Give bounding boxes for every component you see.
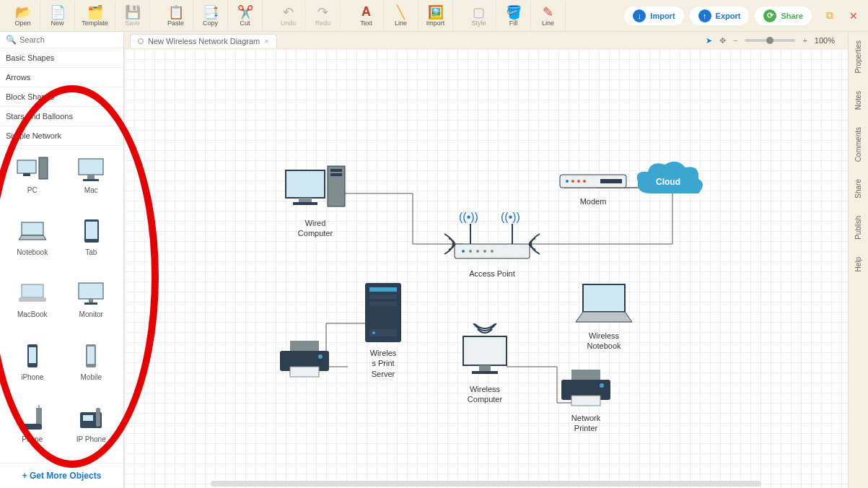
layers-icon: 🗂️ — [87, 5, 103, 19]
macbook-thumb-icon — [16, 279, 49, 308]
rail-publish[interactable]: Publish — [854, 216, 862, 240]
tab-close-icon[interactable]: × — [264, 37, 268, 45]
node-modem[interactable]: Modem — [557, 172, 629, 206]
node-network-printer[interactable]: Network Printer — [557, 367, 615, 434]
import-button[interactable]: ↓Import — [624, 6, 683, 25]
shape-pc[interactable]: PC — [4, 150, 61, 209]
export-button[interactable]: ↑Export — [690, 6, 750, 25]
category-simple-network[interactable]: Simple Network — [0, 126, 123, 146]
zoom-slider[interactable] — [745, 39, 795, 42]
line-icon: ╲ — [397, 5, 405, 19]
category-stars-balloons[interactable]: Stars And Balloons — [0, 107, 123, 126]
zoom-in-icon[interactable]: + — [802, 36, 807, 45]
svg-rect-5 — [83, 179, 99, 181]
laptop-icon — [571, 280, 636, 328]
svg-rect-27 — [299, 198, 312, 202]
redo-button[interactable]: ↷Redo — [306, 1, 341, 30]
style-button[interactable]: ▢Style — [462, 1, 496, 30]
desktop-icon — [456, 323, 514, 381]
node-wired-computer[interactable]: Wired Computer — [283, 165, 348, 239]
svg-rect-20 — [36, 408, 42, 424]
shape-phone[interactable]: Phone — [4, 399, 61, 458]
right-rail: Properties Notes Comments Share Publish … — [848, 32, 868, 488]
template-button[interactable]: 🗂️Template — [75, 1, 115, 30]
share-button[interactable]: ⟳Share — [755, 6, 812, 25]
cloud-icon: Cloud — [629, 157, 709, 208]
new-button[interactable]: 📄New — [40, 1, 75, 30]
category-arrows[interactable]: Arrows — [0, 68, 123, 87]
window-restore-icon[interactable]: ⧉ — [822, 9, 838, 22]
horizontal-scrollbar[interactable] — [124, 479, 848, 488]
svg-marker-63 — [576, 312, 632, 322]
text-button[interactable]: AText — [349, 1, 384, 30]
window-close-icon[interactable]: ✕ — [845, 10, 862, 22]
fill-button[interactable]: 🪣Fill — [496, 1, 531, 30]
svg-point-67 — [600, 383, 604, 388]
style-icon: ▢ — [473, 5, 485, 19]
category-basic-shapes[interactable]: Basic Shapes — [0, 48, 123, 68]
line-button[interactable]: ╲Line — [384, 1, 418, 30]
svg-rect-62 — [583, 284, 625, 312]
paste-button[interactable]: 📋Paste — [159, 1, 193, 30]
svg-point-38 — [469, 250, 472, 253]
node-wireless-computer[interactable]: Wireless Computer — [456, 323, 514, 405]
shape-notebook[interactable]: Notebook — [4, 212, 61, 271]
shape-monitor[interactable]: Monitor — [63, 274, 120, 334]
search-input[interactable] — [19, 35, 119, 44]
svg-rect-0 — [17, 160, 36, 173]
unsaved-indicator-icon — [138, 38, 144, 44]
copy-button[interactable]: 📑Copy — [193, 1, 228, 30]
undo-button[interactable]: ↶Undo — [271, 1, 306, 30]
rail-properties[interactable]: Properties — [854, 40, 862, 74]
node-access-point[interactable]: ((•)) ((•)) Access Point — [442, 208, 543, 279]
rail-share[interactable]: Share — [854, 179, 862, 199]
iphone-thumb-icon — [16, 341, 49, 370]
cut-button[interactable]: ✂️Cut — [228, 1, 263, 30]
shape-mac[interactable]: Mac — [63, 150, 120, 209]
svg-point-43 — [566, 180, 569, 183]
undo-icon: ↶ — [283, 5, 294, 19]
svg-point-39 — [476, 250, 479, 253]
node-wireless-notebook[interactable]: Wireless Notebook — [571, 280, 636, 352]
rail-help[interactable]: Help — [854, 257, 862, 272]
import-image-button[interactable]: 🖼️Import — [418, 1, 453, 30]
shape-iphone[interactable]: iPhone — [4, 337, 61, 396]
monitor-thumb-icon — [74, 279, 108, 308]
cordless-phone-thumb-icon — [16, 404, 49, 432]
node-printer-left[interactable] — [276, 338, 333, 384]
svg-rect-52 — [369, 302, 397, 306]
zoom-level: 100% — [815, 36, 835, 45]
get-more-objects-link[interactable]: + Get More Objects — [0, 463, 123, 488]
refresh-icon: ⟳ — [763, 9, 776, 22]
server-icon — [362, 280, 404, 345]
node-cloud[interactable]: Cloud — [629, 157, 709, 211]
pointer-tool-icon[interactable]: ➤ — [706, 36, 712, 45]
printer2-icon — [557, 367, 615, 410]
zoom-out-icon[interactable]: − — [733, 36, 737, 45]
rail-notes[interactable]: Notes — [854, 91, 862, 110]
node-print-server[interactable]: Wireles s Print Server — [362, 280, 404, 379]
download-icon: ↓ — [633, 9, 646, 22]
search-row: 🔍 — [0, 32, 123, 48]
shapes-sidebar: 🔍 Basic Shapes Arrows Block Shapes Stars… — [0, 32, 124, 488]
save-button[interactable]: 💾Save — [115, 1, 150, 30]
shape-macbook[interactable]: MacBook — [4, 274, 61, 334]
category-block-shapes[interactable]: Block Shapes — [0, 87, 123, 107]
tablet-thumb-icon — [74, 217, 108, 245]
open-button[interactable]: 📂Open — [6, 1, 40, 30]
svg-point-40 — [483, 250, 486, 253]
shape-mobile[interactable]: Mobile — [63, 337, 120, 396]
rail-comments[interactable]: Comments — [854, 127, 862, 162]
pc-thumb-icon — [16, 154, 49, 183]
svg-rect-64 — [571, 370, 600, 380]
svg-rect-60 — [479, 365, 491, 371]
svg-rect-31 — [330, 173, 342, 176]
line-style-button[interactable]: ✎Line — [531, 1, 566, 30]
svg-rect-12 — [79, 283, 103, 299]
document-tab[interactable]: New Wireless Network Diagram × — [130, 34, 277, 48]
svg-point-41 — [491, 250, 494, 253]
shape-ip-phone[interactable]: IP Phone — [63, 399, 120, 458]
shape-tab[interactable]: Tab — [63, 212, 120, 271]
pan-tool-icon[interactable]: ✥ — [719, 36, 726, 45]
diagram-canvas[interactable]: Wired Computer ((•)) ((•)) A — [124, 49, 848, 488]
